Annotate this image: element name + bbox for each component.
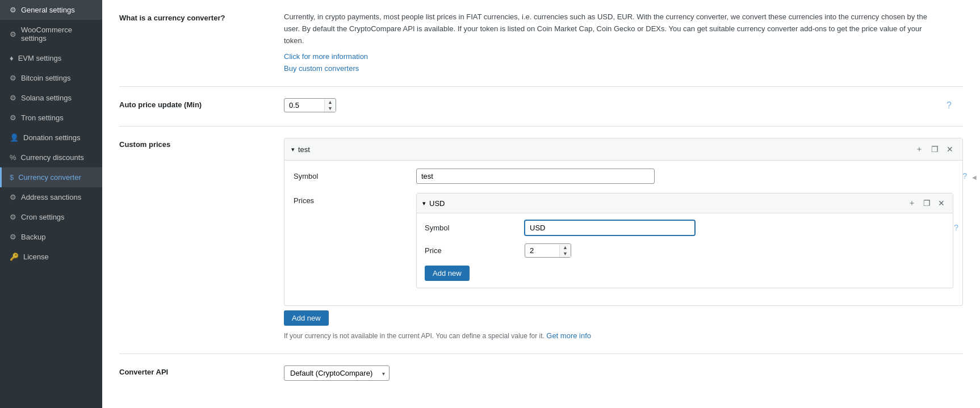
nested-accordion-title: USD: [429, 199, 445, 208]
sidebar-item-general-settings[interactable]: ⚙ General settings: [0, 0, 102, 20]
sidebar-item-currency-discounts[interactable]: % Currency discounts: [0, 148, 102, 167]
sidebar: ⚙ General settings ⚙ WooCommerce setting…: [0, 0, 102, 408]
click-more-info-link[interactable]: Click for more information: [284, 52, 368, 61]
sidebar-item-label-tron-settings: Tron settings: [21, 113, 64, 122]
nested-symbol-label: Symbol: [425, 224, 516, 232]
sidebar-item-label-currency-converter: Currency converter: [18, 173, 81, 182]
prices-input-wrap: ▾ USD ＋ ❐ ✕: [416, 193, 953, 288]
accordion-add-btn[interactable]: ＋: [913, 143, 925, 155]
custom-prices-section: Custom prices ▾ test ＋ ❐ ✕: [119, 138, 963, 340]
nested-header-right: ＋ ❐ ✕: [906, 197, 947, 209]
nested-duplicate-btn[interactable]: ❐: [921, 197, 933, 209]
evm-settings-icon: ♦: [10, 54, 14, 62]
divider-2: [119, 126, 963, 127]
solana-settings-icon: ⚙: [10, 94, 16, 102]
sidebar-item-tron-settings[interactable]: ⚙ Tron settings: [0, 108, 102, 128]
what-is-label: What is a currency converter?: [119, 11, 267, 73]
main-content: What is a currency converter? Currently,…: [102, 0, 980, 408]
nested-usd-accordion: ▾ USD ＋ ❐ ✕: [416, 193, 953, 288]
accordion-header-left: ▾ test: [291, 145, 310, 154]
auto-price-help-icon[interactable]: ?: [947, 100, 952, 111]
sidebar-item-backup[interactable]: ⚙ Backup: [0, 227, 102, 247]
sidebar-item-currency-converter[interactable]: $ Currency converter ◀: [0, 167, 102, 187]
tron-settings-icon: ⚙: [10, 113, 16, 122]
sidebar-item-address-sanctions[interactable]: ⚙ Address sanctions: [0, 187, 102, 207]
sidebar-item-label-address-sanctions: Address sanctions: [21, 193, 81, 201]
symbol-input[interactable]: [416, 169, 655, 184]
sidebar-item-solana-settings[interactable]: ⚙ Solana settings: [0, 88, 102, 108]
accordion-title: test: [298, 145, 310, 154]
nested-price-spin-up[interactable]: ▲: [560, 245, 571, 251]
custom-prices-label: Custom prices: [119, 138, 267, 340]
nested-symbol-row: Symbol ?: [425, 220, 945, 235]
sidebar-item-label-license: License: [23, 253, 49, 261]
what-is-description: Currently, in crypto payments, most peop…: [284, 11, 935, 47]
custom-prices-content: ▾ test ＋ ❐ ✕ Symbol: [284, 138, 963, 340]
sidebar-item-evm-settings[interactable]: ♦ EVM settings: [0, 48, 102, 68]
currency-discounts-icon: %: [10, 153, 16, 162]
woocommerce-settings-icon: ⚙: [10, 30, 16, 39]
auto-price-update-section: Auto price update (Min) ▲ ▼ ?: [119, 98, 963, 112]
nested-symbol-input[interactable]: [525, 220, 695, 235]
divider-3: [119, 354, 963, 354]
nested-price-row: Price ▲ ▼: [425, 243, 945, 258]
nested-add-new-btn[interactable]: Add new: [425, 266, 470, 281]
general-settings-icon: ⚙: [10, 6, 16, 14]
sidebar-item-woocommerce-settings[interactable]: ⚙ WooCommerce settings: [0, 20, 102, 48]
nested-add-btn[interactable]: ＋: [906, 197, 918, 209]
symbol-input-wrap: ?: [416, 169, 953, 184]
donation-settings-icon: 👤: [10, 133, 19, 142]
accordion-close-btn[interactable]: ✕: [944, 144, 956, 155]
nested-price-spin-down[interactable]: ▼: [560, 251, 571, 257]
what-is-content: Currently, in crypto payments, most peop…: [284, 11, 935, 73]
buy-custom-converters-link[interactable]: Buy custom converters: [284, 64, 359, 73]
nested-accordion-header[interactable]: ▾ USD ＋ ❐ ✕: [417, 194, 953, 213]
prices-label: Prices: [294, 193, 407, 205]
bitcoin-settings-icon: ⚙: [10, 74, 16, 82]
converter-api-select[interactable]: Default (CryptoCompare)CoinMarketCapCoin…: [284, 365, 390, 381]
nested-close-btn[interactable]: ✕: [936, 197, 947, 209]
auto-price-update-label: Auto price update (Min): [119, 98, 267, 112]
sidebar-item-label-evm-settings: EVM settings: [18, 54, 62, 62]
nested-accordion-body: Symbol ? Price: [417, 213, 953, 288]
auto-price-input-wrap: ▲ ▼: [284, 98, 336, 112]
symbol-label: Symbol: [294, 169, 407, 180]
auto-price-spinners: ▲ ▼: [324, 99, 336, 112]
sidebar-item-label-woocommerce-settings: WooCommerce settings: [21, 26, 94, 43]
currency-converter-icon: $: [10, 173, 14, 182]
sidebar-item-label-currency-discounts: Currency discounts: [21, 153, 84, 162]
nested-price-input-wrap: ▲ ▼: [525, 243, 571, 258]
sidebar-item-label-donation-settings: Donation settings: [23, 133, 80, 142]
converter-api-select-wrap: Default (CryptoCompare)CoinMarketCapCoin…: [284, 365, 390, 381]
nested-header-left: ▾ USD: [422, 199, 445, 208]
cron-settings-icon: ⚙: [10, 213, 16, 221]
divider-1: [119, 86, 963, 87]
prices-field-row: Prices ▾ USD: [294, 193, 953, 288]
sidebar-item-bitcoin-settings[interactable]: ⚙ Bitcoin settings: [0, 68, 102, 88]
symbol-help-icon[interactable]: ?: [962, 171, 967, 180]
accordion-duplicate-btn[interactable]: ❐: [929, 144, 941, 155]
nested-price-input[interactable]: [525, 244, 559, 257]
add-new-btn[interactable]: Add new: [284, 310, 329, 326]
sidebar-item-label-general-settings: General settings: [21, 6, 75, 14]
auto-price-spin-down[interactable]: ▼: [325, 106, 336, 112]
auto-price-spin-up[interactable]: ▲: [325, 99, 336, 106]
sidebar-item-label-backup: Backup: [21, 233, 45, 241]
backup-icon: ⚙: [10, 233, 16, 241]
get-more-info-link[interactable]: Get more info: [546, 331, 591, 340]
sidebar-item-label-solana-settings: Solana settings: [21, 94, 72, 102]
chevron-down-icon: ▾: [291, 146, 295, 153]
auto-price-input[interactable]: [284, 99, 324, 112]
accordion-header[interactable]: ▾ test ＋ ❐ ✕: [284, 138, 962, 161]
sidebar-item-label-bitcoin-settings: Bitcoin settings: [21, 74, 70, 82]
what-is-section: What is a currency converter? Currently,…: [119, 11, 963, 73]
sidebar-item-cron-settings[interactable]: ⚙ Cron settings: [0, 207, 102, 227]
info-text: If your currency is not available in the…: [284, 331, 963, 340]
nested-symbol-help-icon[interactable]: ?: [954, 223, 958, 232]
sidebar-item-license[interactable]: 🔑 License: [0, 247, 102, 267]
converter-api-label: Converter API: [119, 365, 267, 381]
nested-price-label: Price: [425, 246, 516, 255]
sidebar-item-donation-settings[interactable]: 👤 Donation settings: [0, 128, 102, 148]
custom-price-accordion: ▾ test ＋ ❐ ✕ Symbol: [284, 138, 963, 306]
info-text-content: If your currency is not available in the…: [284, 332, 545, 340]
